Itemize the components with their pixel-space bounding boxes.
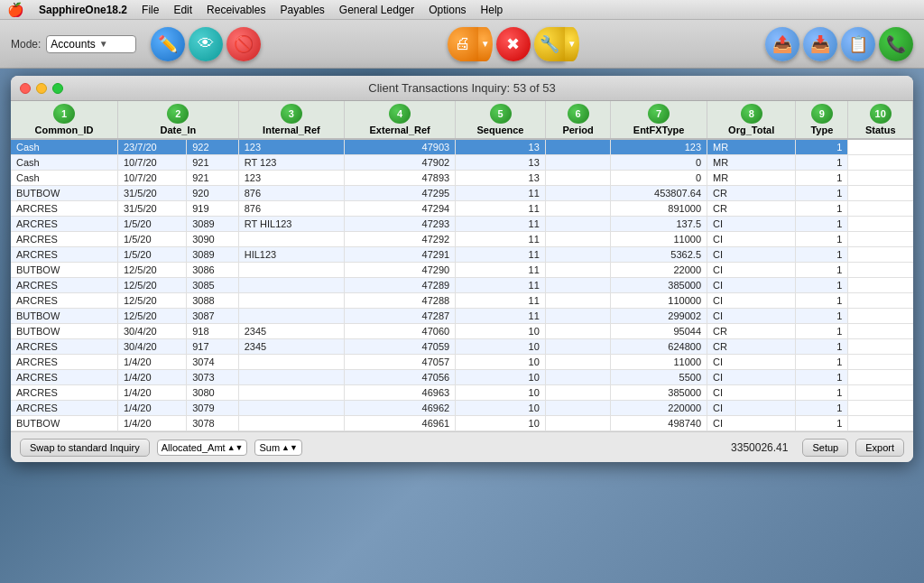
cell-1-7: 0 bbox=[611, 155, 707, 171]
table-row[interactable]: ARCRES30/4/2091723454705910624800CR1 bbox=[11, 339, 913, 355]
mode-section: Mode: Accounts ▼ bbox=[11, 35, 136, 53]
export2-button[interactable]: 📥 bbox=[803, 27, 837, 61]
table-row[interactable]: ARCRES12/5/2030884728811110000CI1 bbox=[11, 293, 913, 309]
view-button[interactable]: 👁 bbox=[189, 27, 223, 61]
menu-edit[interactable]: Edit bbox=[173, 4, 192, 16]
col-header-period[interactable]: 6 Period bbox=[545, 101, 610, 139]
cell-0-3: 123 bbox=[238, 139, 344, 155]
data-table: 1 Common_ID 2 Date_In 3 bbox=[11, 101, 913, 431]
apple-logo[interactable]: 🍎 bbox=[7, 2, 24, 18]
field-select-value: Allocated_Amt bbox=[162, 442, 226, 453]
col-label-type: Type bbox=[810, 125, 833, 135]
cell-1-8: MR bbox=[707, 155, 796, 171]
menu-general-ledger[interactable]: General Ledger bbox=[339, 4, 414, 16]
cell-0-0: Cash bbox=[11, 139, 118, 155]
col-label-external-ref: External_Ref bbox=[370, 125, 430, 135]
function-select[interactable]: Sum ▲▼ bbox=[254, 440, 301, 456]
col-header-sequence[interactable]: 5 Sequence bbox=[456, 101, 546, 139]
swap-button[interactable]: Swap to standard Inquiry bbox=[20, 439, 150, 457]
phone-button[interactable]: 📞 bbox=[879, 27, 913, 61]
cell-9-3 bbox=[238, 278, 344, 293]
table-row[interactable]: BUTBOW12/5/203086472901122000CI1 bbox=[11, 263, 913, 278]
col-header-common-id[interactable]: 1 Common_ID bbox=[11, 101, 118, 139]
cell-2-3: 123 bbox=[238, 171, 344, 186]
menu-receivables[interactable]: Receivables bbox=[207, 4, 265, 16]
cell-15-5: 10 bbox=[456, 370, 546, 385]
col-header-status[interactable]: 10 Status bbox=[848, 101, 913, 139]
tools-dropdown-arrow[interactable]: ▼ bbox=[565, 27, 579, 61]
tools-button[interactable]: 🔧 bbox=[534, 27, 565, 61]
table-row[interactable]: ARCRES31/5/209198764729411891000CR1 bbox=[11, 201, 913, 217]
menu-file[interactable]: File bbox=[142, 4, 159, 16]
cell-11-9: 1 bbox=[796, 309, 848, 324]
cell-11-2: 3087 bbox=[187, 309, 238, 324]
cell-15-9: 1 bbox=[796, 370, 848, 385]
menu-help[interactable]: Help bbox=[481, 4, 504, 16]
table-row[interactable]: ARCRES1/5/203089HIL12347291115362.5CI1 bbox=[11, 247, 913, 263]
cell-0-8: MR bbox=[707, 139, 796, 155]
table-container[interactable]: 1 Common_ID 2 Date_In 3 bbox=[11, 101, 913, 431]
cell-6-3 bbox=[238, 232, 344, 247]
menu-payables[interactable]: Payables bbox=[280, 4, 324, 16]
cell-3-4: 47295 bbox=[345, 186, 456, 201]
table-row[interactable]: ARCRES1/4/20307347056105500CI1 bbox=[11, 370, 913, 385]
table-row[interactable]: Cash23/7/209221234790313123MR1 bbox=[11, 139, 913, 155]
table-row[interactable]: BUTBOW31/5/209208764729511453807.64CR1 bbox=[11, 186, 913, 201]
cell-3-0: BUTBOW bbox=[11, 186, 118, 201]
cancel-button[interactable]: 🚫 bbox=[226, 27, 261, 61]
cell-10-2: 3088 bbox=[187, 293, 238, 309]
print-split-button[interactable]: 🖨 ▼ bbox=[448, 27, 493, 61]
setup-button[interactable]: Setup bbox=[802, 439, 848, 457]
menu-options[interactable]: Options bbox=[429, 4, 466, 16]
tools-split-button[interactable]: 🔧 ▼ bbox=[534, 27, 579, 61]
table-row[interactable]: Cash10/7/20921RT 12347902130MR1 bbox=[11, 155, 913, 171]
table-row[interactable]: ARCRES1/4/2030794696210220000CI1 bbox=[11, 401, 913, 416]
minimize-window-button[interactable] bbox=[36, 83, 47, 94]
col-header-type[interactable]: 9 Type bbox=[796, 101, 848, 139]
print-button[interactable]: 🖨 bbox=[448, 27, 478, 61]
cell-17-6 bbox=[545, 401, 610, 416]
table-row[interactable]: ARCRES1/5/203089RT HIL1234729311137.5CI1 bbox=[11, 217, 913, 232]
maximize-window-button[interactable] bbox=[52, 83, 63, 94]
cell-15-3 bbox=[238, 370, 344, 385]
table-row[interactable]: BUTBOW1/4/2030784696110498740CI1 bbox=[11, 416, 913, 431]
cell-14-4: 47057 bbox=[345, 355, 456, 370]
table-row[interactable]: Cash10/7/2092112347893130MR1 bbox=[11, 171, 913, 186]
table-row[interactable]: ARCRES1/4/203074470571011000CI1 bbox=[11, 355, 913, 370]
mode-label: Mode: bbox=[11, 38, 41, 51]
col-header-internal-ref[interactable]: 3 Internal_Ref bbox=[238, 101, 344, 139]
cell-3-8: CR bbox=[707, 186, 796, 201]
cell-5-3: RT HIL123 bbox=[238, 217, 344, 232]
col-header-entfxtype[interactable]: 7 EntFXType bbox=[611, 101, 707, 139]
cell-8-2: 3086 bbox=[187, 263, 238, 278]
cell-8-1: 12/5/20 bbox=[118, 263, 187, 278]
table-row[interactable]: BUTBOW30/4/209182345470601095044CR1 bbox=[11, 324, 913, 339]
bottom-bar: Swap to standard Inquiry Allocated_Amt ▲… bbox=[11, 431, 913, 462]
field-select[interactable]: Allocated_Amt ▲▼ bbox=[157, 440, 248, 456]
export1-button[interactable]: 📤 bbox=[765, 27, 799, 61]
app-name: SapphireOne18.2 bbox=[39, 4, 127, 16]
close-button[interactable]: ✖ bbox=[496, 27, 531, 61]
print-dropdown-arrow[interactable]: ▼ bbox=[478, 27, 493, 61]
col-header-date-in[interactable]: 2 Date_In bbox=[118, 101, 239, 139]
cell-2-5: 13 bbox=[456, 171, 546, 186]
cell-9-5: 11 bbox=[456, 278, 546, 293]
cell-18-7: 498740 bbox=[611, 416, 707, 431]
cell-3-3: 876 bbox=[238, 186, 344, 201]
table-row[interactable]: ARCRES1/4/2030804696310385000CI1 bbox=[11, 385, 913, 401]
export3-button[interactable]: 📋 bbox=[841, 27, 875, 61]
mode-dropdown[interactable]: Accounts ▼ bbox=[46, 35, 136, 53]
table-row[interactable]: BUTBOW12/5/2030874728711299002CI1 bbox=[11, 309, 913, 324]
col-header-org-total[interactable]: 8 Org_Total bbox=[707, 101, 796, 139]
edit-button[interactable]: ✏️ bbox=[151, 27, 185, 61]
close-window-button[interactable] bbox=[20, 83, 31, 94]
cell-0-4: 47903 bbox=[345, 139, 456, 155]
cell-10-5: 11 bbox=[456, 293, 546, 309]
cell-4-4: 47294 bbox=[345, 201, 456, 217]
table-row[interactable]: ARCRES1/5/203090472921111000CI1 bbox=[11, 232, 913, 247]
cell-10-3 bbox=[238, 293, 344, 309]
col-label-sequence: Sequence bbox=[477, 125, 524, 135]
col-header-external-ref[interactable]: 4 External_Ref bbox=[345, 101, 456, 139]
table-row[interactable]: ARCRES12/5/2030854728911385000CI1 bbox=[11, 278, 913, 293]
export-button[interactable]: Export bbox=[855, 439, 904, 457]
